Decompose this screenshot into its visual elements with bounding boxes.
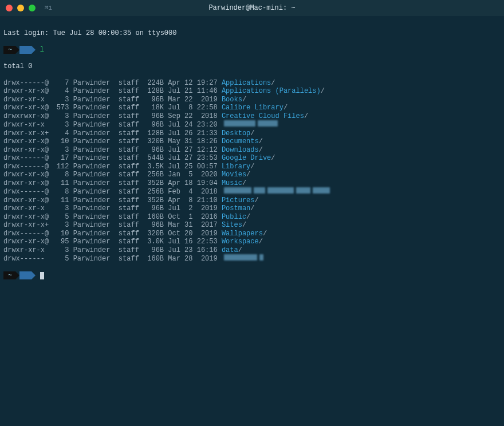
owner: Parwinder xyxy=(73,230,111,238)
date-modified: Apr 12 19:27 xyxy=(168,79,217,87)
file-size: 96B xyxy=(143,221,164,230)
list-item: drwxrwxr-x@ 3 Parwinder staff 96B Sep 22… xyxy=(3,112,501,121)
file-name: Music xyxy=(222,179,242,187)
directory-slash: / xyxy=(259,137,263,145)
link-count: 8 xyxy=(53,188,69,196)
list-item: drwxr-xr-x@ 3 Parwinder staff 96B Jul 27… xyxy=(3,146,501,155)
directory-slash: / xyxy=(259,146,263,154)
window-title: Parwinder@Mac-mini: ~ xyxy=(208,4,295,13)
list-item: drwx------@ 7 Parwinder staff 224B Apr 1… xyxy=(3,79,501,88)
directory-slash: / xyxy=(242,96,246,104)
permissions: drwxr-xr-x+ xyxy=(3,221,49,229)
owner: Parwinder xyxy=(73,213,111,221)
date-modified: Jan 5 2020 xyxy=(168,171,217,179)
date-modified: May 31 18:26 xyxy=(168,137,217,145)
directory-slash: / xyxy=(242,179,246,187)
owner: Parwinder xyxy=(73,196,111,204)
prompt-segment-path: ~ xyxy=(3,271,15,279)
minimize-window-button[interactable] xyxy=(17,5,24,11)
permissions: drwx------@ xyxy=(3,154,49,162)
owner: Parwinder xyxy=(73,96,111,104)
file-name: Applications (Parallels) xyxy=(222,87,321,95)
permissions: drwxr-xr-x@ xyxy=(3,104,49,112)
owner: Parwinder xyxy=(73,171,111,179)
list-item: drwx------ 5 Parwinder staff 160B Mar 28… xyxy=(3,254,501,263)
list-item: drwxr-xr-x@ 11 Parwinder staff 352B Apr … xyxy=(3,196,501,205)
date-modified: Oct 1 2016 xyxy=(168,213,217,221)
date-modified: Jul 16 22:53 xyxy=(168,238,217,246)
permissions: drwxr-xr-x@ xyxy=(3,87,49,95)
permissions: drwx------@ xyxy=(3,188,49,196)
owner: Parwinder xyxy=(73,112,111,120)
group: staff xyxy=(119,179,139,187)
total-line: total 0 xyxy=(3,62,501,71)
permissions: drwxr-xr-x xyxy=(3,96,49,104)
group: staff xyxy=(119,188,139,196)
maximize-window-button[interactable] xyxy=(29,5,36,11)
shell-prompt: ~ xyxy=(3,46,32,54)
owner: Parwinder xyxy=(73,121,111,129)
group: staff xyxy=(119,255,139,263)
link-count: 4 xyxy=(53,87,69,96)
owner: Parwinder xyxy=(73,188,111,196)
directory-slash: / xyxy=(238,246,242,254)
list-item: drwxr-xr-x@ 95 Parwinder staff 3.0K Jul … xyxy=(3,238,501,246)
link-count: 10 xyxy=(53,137,69,146)
file-name: Movies xyxy=(222,171,246,179)
date-modified: Jul 23 16:16 xyxy=(168,246,217,254)
file-size: 18K xyxy=(143,104,164,112)
directory-slash: / xyxy=(271,79,275,87)
owner: Parwinder xyxy=(73,87,111,95)
owner: Parwinder xyxy=(73,137,111,145)
permissions: drwxr-xr-x@ xyxy=(3,171,49,179)
link-count: 3 xyxy=(53,204,69,213)
tab-shortcut-label: ⌘1 xyxy=(45,4,52,13)
link-count: 11 xyxy=(53,179,69,188)
owner: Parwinder xyxy=(73,238,111,246)
file-size: 128B xyxy=(143,87,164,96)
list-item: drwx------@ 17 Parwinder staff 544B Jul … xyxy=(3,154,501,163)
permissions: drwxr-xr-x+ xyxy=(3,129,49,137)
file-size: 3.5K xyxy=(143,163,164,171)
date-modified: Mar 31 2017 xyxy=(168,221,217,229)
date-modified: Jul 21 11:46 xyxy=(168,87,217,95)
link-count: 5 xyxy=(53,213,69,222)
prompt-line-2[interactable]: ~ xyxy=(3,271,501,280)
permissions: drwx------@ xyxy=(3,163,49,171)
file-size: 96B xyxy=(143,112,164,121)
redacted-filename xyxy=(224,120,280,129)
list-item: drwxr-xr-x 3 Parwinder staff 96B Jul 23 … xyxy=(3,246,501,255)
permissions: drwxr-xr-x xyxy=(3,121,49,129)
list-item: drwxr-xr-x 3 Parwinder staff 96B Jul 2 2… xyxy=(3,204,501,213)
prompt-segment-path: ~ xyxy=(3,46,15,54)
terminal-output[interactable]: Last login: Tue Jul 28 00:00:35 on ttys0… xyxy=(0,16,504,293)
group: staff xyxy=(119,246,139,254)
date-modified: Jul 8 22:58 xyxy=(168,104,217,112)
file-name: Public xyxy=(222,213,246,221)
link-count: 10 xyxy=(53,230,69,238)
permissions: drwx------ xyxy=(3,255,49,263)
date-modified: Jul 24 23:20 xyxy=(168,121,217,129)
group: staff xyxy=(119,154,139,162)
group: staff xyxy=(119,238,139,246)
link-count: 3 xyxy=(53,96,69,104)
list-item: drwxr-xr-x+ 3 Parwinder staff 96B Mar 31… xyxy=(3,221,501,230)
close-window-button[interactable] xyxy=(6,5,13,11)
permissions: drwxr-xr-x xyxy=(3,204,49,212)
link-count: 5 xyxy=(53,255,69,263)
date-modified: Oct 20 2019 xyxy=(168,230,217,238)
permissions: drwxr-xr-x@ xyxy=(3,238,49,246)
file-size: 352B xyxy=(143,179,164,188)
date-modified: Jul 27 23:53 xyxy=(168,154,217,162)
file-name: Wallpapers xyxy=(222,230,263,238)
file-size: 544B xyxy=(143,154,164,163)
permissions: drwxr-xr-x@ xyxy=(3,137,49,145)
date-modified: Jul 26 21:33 xyxy=(168,129,217,137)
file-name: Library xyxy=(222,163,250,171)
file-size: 96B xyxy=(143,146,164,155)
directory-slash: / xyxy=(284,104,288,112)
group: staff xyxy=(119,129,139,137)
owner: Parwinder xyxy=(73,255,111,263)
directory-slash: / xyxy=(259,238,263,246)
file-size: 352B xyxy=(143,196,164,205)
